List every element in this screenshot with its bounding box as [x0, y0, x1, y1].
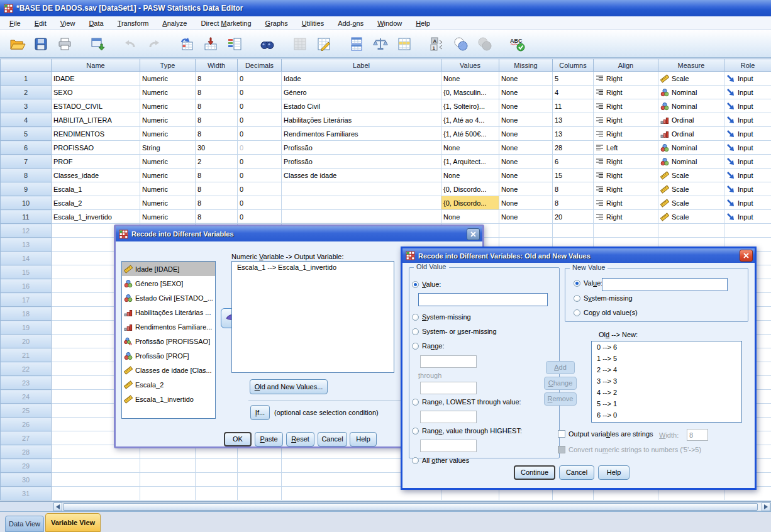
cell-empty[interactable] — [196, 473, 238, 487]
cell-type[interactable]: String — [140, 141, 196, 155]
radio-new-value[interactable]: Value: — [574, 279, 602, 287]
cell-decimals[interactable]: 0 — [238, 127, 282, 141]
cell-type[interactable]: Numeric — [140, 99, 196, 113]
cell-decimals[interactable]: 0 — [238, 113, 282, 127]
row-header[interactable]: 16 — [1, 279, 52, 293]
cell-measure[interactable]: Scale — [658, 196, 724, 210]
row-header[interactable]: 8 — [1, 169, 52, 182]
row-header[interactable]: 28 — [1, 445, 52, 459]
cell-align[interactable]: Right — [594, 86, 658, 99]
cell-empty[interactable] — [196, 459, 238, 473]
cell-decimals[interactable]: 0 — [238, 72, 282, 86]
cell-type[interactable]: Numeric — [140, 127, 196, 141]
old-and-new-values-button[interactable]: Old and New Values... — [250, 379, 328, 394]
cell-role[interactable]: Input — [724, 86, 771, 99]
new-value-input[interactable] — [602, 278, 728, 291]
cell-values[interactable]: {0, Discordo... — [441, 182, 499, 196]
cell-empty[interactable] — [238, 487, 282, 501]
cell-align[interactable]: Right — [594, 99, 658, 113]
variable-list-item[interactable]: Escala_2 — [122, 377, 215, 392]
old-new-mapping-item[interactable]: 1 --> 5 — [592, 353, 741, 364]
menu-item-graphs[interactable]: Graphs — [258, 18, 295, 29]
cell-missing[interactable]: None — [499, 155, 553, 169]
cell-align[interactable]: Left — [594, 141, 658, 155]
column-header-missing[interactable]: Missing — [499, 59, 553, 72]
cell-width[interactable]: 8 — [196, 169, 238, 182]
menu-item-transform[interactable]: Transform — [111, 18, 156, 29]
old-new-mapping-item[interactable]: 2 --> 4 — [592, 364, 741, 375]
column-header-width[interactable]: Width — [196, 59, 238, 72]
radio-copy-old-values[interactable]: Copy old value(s) — [574, 309, 638, 316]
cell-width[interactable]: 8 — [196, 127, 238, 141]
cell-align[interactable]: Right — [594, 182, 658, 196]
menu-item-analyze[interactable]: Analyze — [155, 18, 194, 29]
cell-name[interactable]: IDADE — [52, 72, 140, 86]
cell-empty[interactable] — [140, 487, 196, 501]
cell-missing[interactable]: None — [499, 182, 553, 196]
cell-name[interactable]: PROFISSAO — [52, 141, 140, 155]
toolbar-recall-dialogs-button[interactable] — [86, 32, 109, 56]
toolbar-value-labels-button[interactable]: A1 — [425, 32, 449, 56]
cell-empty[interactable] — [52, 473, 140, 487]
cell-width[interactable]: 8 — [196, 196, 238, 210]
cell-type[interactable]: Numeric — [140, 155, 196, 169]
old-new-mapping-item[interactable]: 4 --> 2 — [592, 387, 741, 398]
toolbar-open-file-button[interactable] — [5, 32, 29, 56]
radio-range-highest[interactable]: Range, value through HIGHEST: — [412, 427, 522, 435]
row-header[interactable]: 30 — [1, 473, 52, 487]
row-header[interactable]: 4 — [1, 113, 52, 127]
cell-columns[interactable]: 13 — [553, 127, 594, 141]
old-new-mapping-item[interactable]: 0 --> 6 — [592, 341, 741, 353]
cell-measure[interactable]: Nominal — [658, 155, 724, 169]
cell-values[interactable]: None — [441, 210, 499, 224]
cell-empty[interactable] — [553, 224, 594, 238]
cell-measure[interactable]: Nominal — [658, 141, 724, 155]
variable-list-item[interactable]: Classes de idade [Clas... — [122, 363, 215, 377]
radio-new-system-missing[interactable]: System-missing — [574, 294, 633, 302]
ok-button[interactable]: OK — [224, 432, 252, 446]
cell-columns[interactable]: 13 — [553, 113, 594, 127]
cell-type[interactable]: Numeric — [140, 210, 196, 224]
old-new-mapping-item[interactable]: 5 --> 1 — [592, 398, 741, 409]
cell-measure[interactable]: Scale — [658, 182, 724, 196]
cell-missing[interactable]: None — [499, 72, 553, 86]
tab-variable-view[interactable]: Variable View — [45, 513, 101, 532]
row-header[interactable]: 1 — [1, 72, 52, 86]
cell-columns[interactable]: 15 — [553, 169, 594, 182]
variable-list-item[interactable]: Escala_1_invertido — [122, 392, 215, 406]
cell-type[interactable]: Numeric — [140, 113, 196, 127]
column-header-measure[interactable]: Measure — [658, 59, 724, 72]
row-header[interactable]: 19 — [1, 321, 52, 335]
scrollbar-thumb[interactable] — [63, 503, 758, 511]
radio-system-or-user-missing[interactable]: System- or user-missing — [412, 328, 497, 335]
cell-empty[interactable] — [238, 473, 282, 487]
row-header[interactable]: 6 — [1, 141, 52, 155]
cell-role[interactable]: Input — [724, 196, 771, 210]
cell-columns[interactable]: 5 — [553, 72, 594, 86]
cell-values[interactable]: {0, Masculin... — [441, 86, 499, 99]
variable-list-item[interactable]: Habilitações Literárias ... — [122, 305, 215, 319]
cell-label[interactable] — [282, 182, 441, 196]
cell-width[interactable]: 8 — [196, 72, 238, 86]
if-button[interactable]: If... — [250, 405, 270, 420]
cell-align[interactable]: Right — [594, 72, 658, 86]
cell-type[interactable]: Numeric — [140, 72, 196, 86]
cell-missing[interactable]: None — [499, 210, 553, 224]
toolbar-goto-variable-button[interactable] — [199, 32, 223, 56]
cell-empty[interactable] — [140, 459, 196, 473]
cell-width[interactable]: 30 — [196, 141, 238, 155]
help-button[interactable]: Help — [350, 432, 377, 446]
menu-item-view[interactable]: View — [53, 18, 82, 29]
cell-label[interactable]: Classes de idade — [282, 169, 441, 182]
variable-list-item[interactable]: Rendimentos Familiare... — [122, 319, 215, 334]
row-header[interactable]: 21 — [1, 348, 52, 362]
dialog1-close-button[interactable] — [467, 228, 480, 240]
reset-button[interactable]: Reset — [286, 432, 314, 446]
cell-label[interactable]: Habilitações Literárias — [282, 113, 441, 127]
continue-button[interactable]: Continue — [514, 465, 555, 480]
variable-list-item[interactable]: Profissão [PROF] — [122, 348, 215, 363]
cell-name[interactable]: Escala_2 — [52, 196, 140, 210]
cell-role[interactable]: Input — [724, 99, 771, 113]
column-header-type[interactable]: Type — [140, 59, 196, 72]
cell-role[interactable]: Input — [724, 155, 771, 169]
